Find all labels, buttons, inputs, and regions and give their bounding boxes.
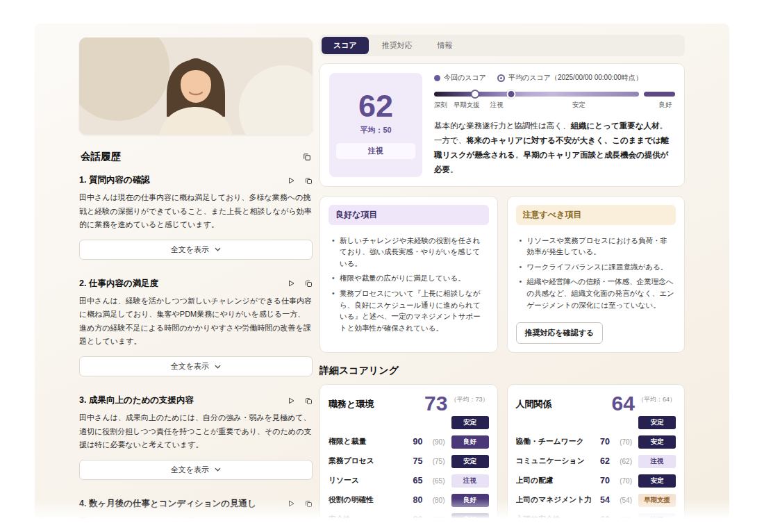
caution-items-card: 注意すべき項目 リソースや業務プロセスにおける負荷・非効率が発生している。ワーク… [507, 196, 686, 353]
legend-current: 今回のスコア [434, 73, 486, 83]
caution-items-title: 注意すべき項目 [516, 205, 676, 225]
conversation-list: 1. 質問内容の確認 田中さんは現在の仕事内容に概ね満足しており、多様な業務への… [79, 174, 313, 518]
conversation-item-body: 田中さんは、成果向上のためには、自分の強み・弱みを見極めて、適切に役割分担しつつ… [79, 411, 313, 452]
metric-average: (62) [610, 458, 632, 465]
conversation-item: 3. 成果向上のための支援内容 田中さんは、成果向上のためには、自分の強み・弱み… [79, 394, 313, 480]
detail-score-badge: 安定 [451, 416, 489, 429]
metric-label: コミュニケーション [516, 456, 592, 466]
average-score-ring-icon [497, 74, 505, 82]
metric-value: 70 [592, 437, 610, 447]
conversation-item: 4. 数ヶ月後の仕事とコンディションの見通し 田中さんは、どうすれば事業成長につ… [79, 498, 313, 518]
score-scale-bar [434, 92, 675, 97]
metric-row: 上司のマネジメント力 54 (54) 早期支援 [516, 490, 676, 510]
copy-icon[interactable] [304, 176, 313, 185]
detail-score-badge: 安定 [638, 416, 676, 429]
conversation-title: 会話履歴 [81, 150, 121, 163]
metric-status-badge: 安定 [638, 474, 676, 488]
metric-label: 役割の明確性 [329, 495, 405, 505]
metric-status-badge: 注視 [451, 474, 489, 488]
scale-label-critical: 深刻 [434, 101, 447, 110]
conversation-item-body: 田中さんは、経験を活かしつつ新しいチャレンジができる仕事内容に概ね満足しており、… [79, 294, 313, 349]
metric-status-badge: 早期支援 [638, 494, 676, 507]
tab[interactable]: スコア [322, 37, 369, 54]
metric-average: (80) [423, 516, 445, 518]
conversation-item-title: 4. 数ヶ月後の仕事とコンディションの見通し [79, 498, 256, 510]
profile-photo-image [79, 38, 313, 135]
detail-card-score: 64 （平均：64） 安定 [612, 393, 676, 429]
metric-status-badge: 良好 [451, 513, 489, 518]
play-icon[interactable] [287, 499, 295, 508]
scale-gradient-segment [434, 92, 639, 97]
metric-label: 協働・チームワーク [516, 437, 592, 447]
tab-bar: スコア 推奨対応 情報 [319, 35, 685, 56]
score-card: 62 平均：50 注視 今回のスコア 平均のスコア（2025/00/00 00:… [319, 63, 685, 187]
score-legend: 今回のスコア 平均のスコア（2025/00/00 00:00:00時点） [434, 73, 675, 83]
expand-button-label: 全文を表示 [171, 465, 209, 475]
chevron-down-icon [215, 467, 221, 472]
good-item: 権限や裁量の広がりに満足している。 [332, 272, 488, 284]
copy-icon[interactable] [304, 499, 313, 508]
score-detail: 今回のスコア 平均のスコア（2025/00/00 00:00:00時点） 深刻 … [434, 73, 675, 177]
play-icon[interactable] [287, 279, 295, 288]
caution-item: ワークライフバランスに課題意識がある。 [520, 261, 675, 273]
metric-row: 協働・チームワーク 70 (70) 安定 [516, 432, 676, 451]
metric-status-badge: 良好 [451, 435, 489, 449]
expand-button[interactable]: 全文を表示 [79, 460, 313, 480]
detail-score-value: 73 [424, 393, 447, 414]
metric-average: (65) [423, 477, 445, 485]
detail-score-average: （平均：73） [450, 395, 488, 404]
tab[interactable]: 推奨対応 [370, 37, 424, 54]
metric-row: 心理的安全性 60 (60) 注視 [516, 510, 676, 518]
score-average: 平均：50 [360, 125, 391, 135]
metric-row: 安全性 80 (80) 良好 [329, 510, 489, 518]
view-recommendations-button[interactable]: 推奨対応を確認する [516, 322, 604, 344]
scale-label-good: 良好 [659, 101, 672, 110]
metric-status-badge: 安定 [638, 435, 676, 449]
score-summary: 基本的な業務遂行力と協調性は高く、組織にとって重要な人材。一方で、将来のキャリア… [434, 119, 675, 177]
metric-label: 権限と裁量 [329, 437, 405, 447]
expand-button[interactable]: 全文を表示 [79, 356, 313, 376]
metric-label: 上司の配慮 [516, 476, 592, 485]
metric-average: (90) [423, 438, 445, 446]
metric-row: 上司の配慮 70 (70) 安定 [516, 471, 676, 490]
tab[interactable]: 情報 [426, 37, 465, 54]
detail-score-value: 64 [612, 393, 635, 414]
metric-row: 役割の明確性 80 (80) 良好 [329, 490, 489, 510]
good-items-list: 新しいチャレンジや未経験の役割を任されており、強い成長実感・やりがいを感じている… [329, 231, 489, 338]
metric-value: 80 [405, 515, 423, 518]
conversation-item-title: 2. 仕事内容の満足度 [79, 278, 158, 290]
copy-icon[interactable] [304, 397, 313, 405]
detail-card-title: 職務と環境 [329, 393, 374, 410]
detail-card-job-environment: 職務と環境 73 （平均：73） 安定 権限と裁量 90 [319, 384, 498, 518]
play-icon[interactable] [287, 176, 295, 185]
scale-labels: 深刻 早期支援 注視 安定 良好 [434, 101, 675, 110]
expand-button[interactable]: 全文を表示 [79, 240, 313, 260]
metric-label: リソース [329, 476, 405, 485]
current-score-dot-icon [434, 75, 440, 81]
metric-value: 62 [592, 456, 610, 466]
conversation-item-body: 田中さんは現在の仕事内容に概ね満足しており、多様な業務への挑戦と経験の深掘りがで… [79, 191, 313, 232]
copy-icon[interactable] [302, 152, 311, 161]
conversation-panel: 会話履歴 1. 質問内容の確認 [79, 38, 313, 518]
caution-items-list: リソースや業務プロセスにおける負荷・非効率が発生している。ワークライフバランスに… [516, 231, 676, 314]
metric-average: (80) [423, 497, 445, 504]
scale-label-watch: 注視 [490, 101, 504, 110]
metric-average: (60) [610, 516, 632, 518]
expand-button-label: 全文を表示 [171, 244, 209, 255]
metric-average: (54) [610, 497, 632, 504]
profile-photo [79, 38, 313, 135]
average-score-marker [470, 90, 479, 99]
scale-label-stable: 安定 [572, 101, 586, 110]
scale-end-segment [644, 92, 675, 97]
metric-status-badge: 注視 [638, 455, 676, 468]
items-row: 良好な項目 新しいチャレンジや未経験の役割を任されており、強い成長実感・やりがい… [319, 196, 685, 353]
copy-icon[interactable] [304, 279, 313, 288]
current-score-marker [507, 90, 516, 99]
metric-average: (70) [610, 477, 632, 485]
metric-list: 協働・チームワーク 70 (70) 安定 コミュニケーション 62 (62) 注… [516, 432, 676, 518]
play-icon[interactable] [287, 397, 295, 405]
good-items-title: 良好な項目 [329, 205, 489, 225]
detail-card-human-relations: 人間関係 64 （平均：64） 安定 協働・チームワーク 70 [507, 384, 686, 518]
metric-status-badge: 注視 [638, 513, 676, 518]
chevron-down-icon [215, 365, 221, 369]
